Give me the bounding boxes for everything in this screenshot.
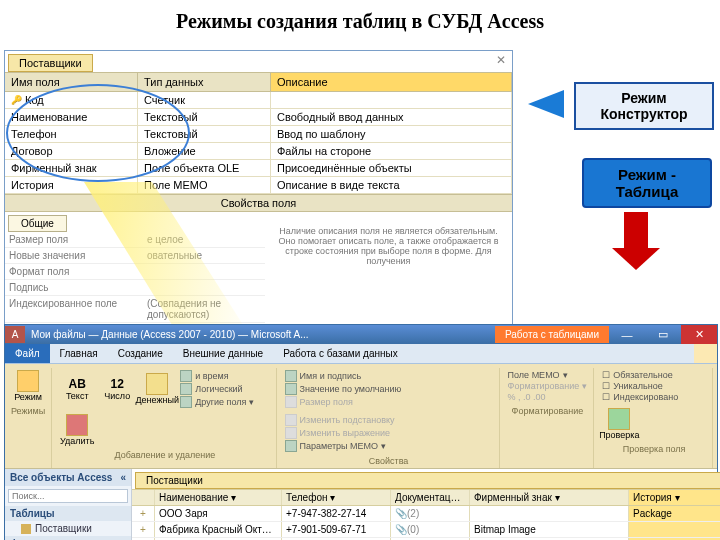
ribbon-group-add: ABТекст 12Число Денежный и время Логичес…	[58, 368, 276, 468]
nav-category-forms[interactable]: Формы	[5, 536, 131, 540]
name-caption-button[interactable]: Имя и подпись	[285, 370, 402, 382]
property-row[interactable]: Размер поляе целое	[5, 232, 265, 248]
minimize-button[interactable]: —	[609, 326, 645, 344]
callout-datasheet-mode: Режим - Таблица	[582, 158, 712, 208]
datasheet-area: Поставщики Наименование ▾ Телефон ▾ Доку…	[132, 469, 720, 540]
ribbon-group-formatting: Поле MEMO ▾ Форматирование ▾ % , .0 .00 …	[506, 368, 595, 468]
close-icon[interactable]: ✕	[490, 51, 512, 69]
ribbon: Режим Режимы ABТекст 12Число Денежный и …	[5, 364, 717, 469]
nav-category-tables[interactable]: Таблицы	[5, 506, 131, 521]
datetime-button[interactable]: и время	[180, 370, 254, 382]
field-size-button[interactable]: Размер поля	[285, 396, 402, 408]
format-combo[interactable]: Форматирование ▾	[508, 381, 588, 391]
view-button[interactable]: Режим	[11, 370, 45, 402]
tab-create[interactable]: Создание	[108, 344, 173, 363]
table-row[interactable]: +ООО Заря+7-947-382-27-14📎(2)Package	[132, 506, 720, 522]
designer-object-tab[interactable]: Поставщики	[8, 54, 93, 72]
tab-db-tools[interactable]: Работа с базами данных	[273, 344, 408, 363]
col-description: Описание	[271, 73, 512, 91]
property-row[interactable]: Подпись	[5, 280, 265, 296]
field-row[interactable]: 🔑КодСчетчик	[5, 92, 512, 109]
chevron-down-icon[interactable]: «	[120, 472, 126, 483]
text-type-button[interactable]: ABТекст	[60, 377, 94, 401]
datasheet-object-tab[interactable]: Поставщики	[135, 472, 720, 489]
nav-item-table[interactable]: Поставщики	[5, 521, 131, 536]
col-data-type: Тип данных	[138, 73, 271, 91]
field-grid[interactable]: 🔑КодСчетчикНаименованиеТекстовыйСвободны…	[5, 92, 512, 194]
callout-design-mode: Режим Конструктор	[574, 82, 714, 130]
field-row[interactable]: НаименованиеТекстовыйСвободный ввод данн…	[5, 109, 512, 126]
memo-params-button[interactable]: Параметры MEMO ▾	[285, 440, 395, 452]
indexed-check[interactable]: ☐ Индексировано	[602, 392, 678, 402]
expand-column	[132, 490, 155, 505]
access-app-window: A Мои файлы — Данные (Access 2007 - 2010…	[4, 324, 718, 540]
field-row[interactable]: ИсторияПоле MEMOОписание в виде текста	[5, 177, 512, 194]
datasheet-header[interactable]: Наименование ▾ Телефон ▾ Документация ▾ …	[132, 489, 720, 506]
modify-expr-button: Изменить выражение	[285, 427, 395, 439]
arrow-to-designer	[528, 90, 564, 118]
maximize-button[interactable]: ▭	[645, 325, 681, 344]
col-phone[interactable]: Телефон ▾	[282, 490, 391, 505]
tab-external-data[interactable]: Внешние данные	[173, 344, 273, 363]
search-input[interactable]	[8, 489, 128, 503]
validation-button[interactable]: Проверка	[602, 408, 636, 440]
properties-tab-general[interactable]: Общие	[8, 215, 67, 232]
field-row[interactable]: ТелефонТекстовыйВвод по шаблону	[5, 126, 512, 143]
delete-field-button[interactable]: Удалить	[60, 414, 94, 446]
more-fields-button[interactable]: Другие поля ▾	[180, 396, 254, 408]
col-name[interactable]: Наименование ▾	[155, 490, 282, 505]
close-button[interactable]: ✕	[681, 325, 717, 344]
currency-type-button[interactable]: Денежный	[140, 373, 174, 405]
col-history[interactable]: История ▾	[629, 490, 720, 505]
tab-home[interactable]: Главная	[50, 344, 108, 363]
tab-file[interactable]: Файл	[5, 344, 50, 363]
data-type-combo[interactable]: Поле MEMO ▾	[508, 370, 588, 380]
tab-fields[interactable]	[694, 344, 717, 363]
ribbon-group-views: Режим Режимы	[9, 368, 52, 468]
logical-button[interactable]: Логический	[180, 383, 254, 395]
field-grid-header: Имя поля Тип данных Описание	[5, 72, 512, 92]
window-title: Мои файлы — Данные (Access 2007 - 2010) …	[25, 326, 495, 343]
window-titlebar: A Мои файлы — Данные (Access 2007 - 2010…	[5, 325, 717, 344]
col-logo[interactable]: Фирменный знак ▾	[470, 490, 629, 505]
property-row[interactable]: Формат поля	[5, 264, 265, 280]
field-row[interactable]: ДоговорВложениеФайлы на стороне	[5, 143, 512, 160]
ribbon-group-validation: ☐ Обязательное ☐ Уникальное ☐ Индексиров…	[600, 368, 713, 468]
ribbon-group-properties: Имя и подпись Значение по умолчанию Разм…	[283, 368, 500, 468]
col-field-name: Имя поля	[5, 73, 138, 91]
ribbon-tabs: Файл Главная Создание Внешние данные Раб…	[5, 344, 717, 364]
access-app-icon: A	[5, 326, 25, 343]
default-value-button[interactable]: Значение по умолчанию	[285, 383, 402, 395]
table-row[interactable]: +Фабрика Красный Октябрь+7-901-509-67-71…	[132, 522, 720, 538]
contextual-tab-label: Работа с таблицами	[495, 326, 609, 343]
col-docs[interactable]: Документация ▾	[391, 490, 470, 505]
navigation-pane[interactable]: Все объекты Access« Таблицы Поставщики Ф…	[5, 469, 132, 540]
number-format-icons[interactable]: % , .0 .00	[508, 392, 588, 402]
primary-key-icon: 🔑	[11, 95, 22, 105]
properties-title: Свойства поля	[5, 194, 512, 212]
property-row[interactable]: Индексированное поле(Совпадения не допус…	[5, 296, 265, 323]
arrow-to-datasheet	[624, 212, 648, 250]
datasheet-rows[interactable]: +ООО Заря+7-947-382-27-14📎(2)Package+Фаб…	[132, 506, 720, 540]
nav-search[interactable]	[8, 489, 128, 503]
table-icon	[21, 524, 31, 534]
property-row[interactable]: Новые значенияовательные	[5, 248, 265, 264]
required-check[interactable]: ☐ Обязательное	[602, 370, 678, 380]
slide-title: Режимы создания таблиц в СУБД Access	[0, 0, 720, 37]
nav-header[interactable]: Все объекты Access«	[5, 469, 131, 486]
number-type-button[interactable]: 12Число	[100, 377, 134, 401]
designer-window: ✕ Поставщики Имя поля Тип данных Описани…	[4, 50, 513, 356]
unique-check[interactable]: ☐ Уникальное	[602, 381, 678, 391]
modify-lookup-button: Изменить подстановку	[285, 414, 395, 426]
field-row[interactable]: Фирменный знакПоле объекта OLEПрисоединё…	[5, 160, 512, 177]
